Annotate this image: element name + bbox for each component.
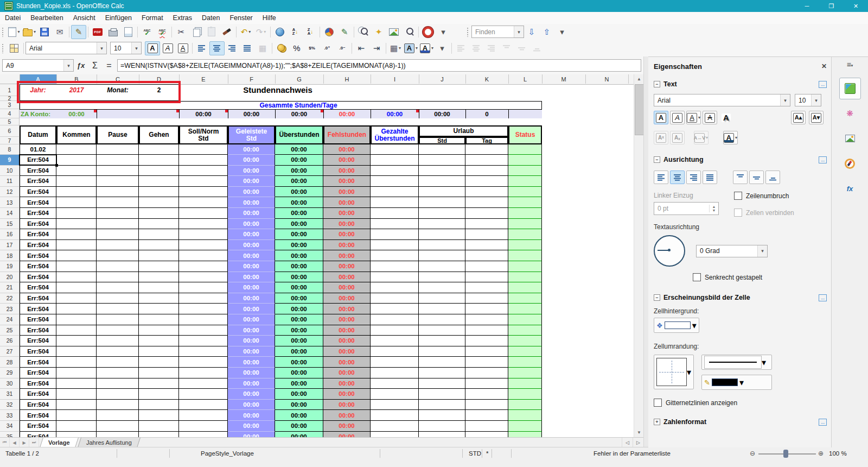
cell-a13[interactable]: Err:504: [20, 197, 56, 208]
cell-h17[interactable]: 00:00: [323, 240, 371, 251]
column-header-f[interactable]: F: [228, 74, 276, 84]
header-kommen[interactable]: Kommen: [56, 125, 97, 144]
row-header-13[interactable]: 13: [0, 197, 20, 208]
cell-b10[interactable]: [56, 166, 97, 176]
cell-g26[interactable]: 00:00: [275, 336, 323, 346]
cell-g33[interactable]: 00:00: [275, 410, 323, 421]
summary-value-e[interactable]: 00:00: [179, 109, 228, 118]
navigator-button[interactable]: ✦: [371, 25, 386, 39]
cell-c10[interactable]: [97, 166, 139, 176]
cell-l34[interactable]: [508, 421, 542, 432]
cell-h15[interactable]: 00:00: [323, 219, 371, 230]
row-header-24[interactable]: 24: [0, 314, 20, 325]
cell-j22[interactable]: [419, 293, 465, 304]
cell-b17[interactable]: [56, 240, 97, 251]
cell-g15[interactable]: 00:00: [275, 219, 323, 230]
text-orientation-dial[interactable]: [654, 235, 685, 267]
spellcheck-button[interactable]: ABC✓: [139, 25, 155, 39]
cell-d8[interactable]: [139, 144, 179, 155]
cell-e8[interactable]: [179, 144, 228, 155]
cell-e32[interactable]: [179, 400, 228, 411]
cell-g34[interactable]: 00:00: [275, 421, 323, 432]
sidebar-shadow-button[interactable]: A: [719, 111, 733, 124]
cell-j19[interactable]: [419, 261, 465, 272]
cell-e29[interactable]: [179, 368, 228, 378]
header-urlaub-tag[interactable]: Tag: [465, 137, 508, 144]
cell-h9[interactable]: 00:00: [323, 155, 371, 166]
auto-spellcheck-button[interactable]: ABC✓: [155, 25, 170, 39]
header-urlaub[interactable]: Urlaub: [419, 125, 508, 137]
cell-g21[interactable]: 00:00: [275, 282, 323, 293]
cell-i31[interactable]: [371, 389, 419, 400]
cell-d9[interactable]: [139, 155, 179, 166]
cell-i20[interactable]: [371, 272, 419, 283]
align-object-center-button[interactable]: [469, 41, 484, 55]
cell-a16[interactable]: Err:504: [20, 229, 56, 240]
cell-k22[interactable]: [465, 293, 508, 304]
cell-k26[interactable]: [465, 336, 508, 346]
row-header-4[interactable]: 4: [0, 109, 20, 118]
cell-c14[interactable]: [97, 208, 139, 219]
sidebar-italic-button[interactable]: A: [670, 111, 685, 124]
find-input[interactable]: Finden▾: [471, 26, 524, 38]
summary-value-g[interactable]: 00:00: [275, 109, 323, 118]
bold-button[interactable]: A: [145, 41, 160, 55]
row-header-35[interactable]: 35: [0, 432, 20, 437]
cell-e33[interactable]: [179, 410, 228, 421]
sidebar-close-icon[interactable]: ✕: [821, 62, 827, 70]
cell-f22[interactable]: 00:00: [228, 293, 275, 304]
cell-a14[interactable]: Err:504: [20, 208, 56, 219]
subscript-button[interactable]: Aₓ: [670, 131, 685, 144]
cell-l11[interactable]: [508, 176, 542, 187]
menu-einfügen[interactable]: Einfügen: [100, 12, 137, 24]
cell-d35[interactable]: [139, 432, 179, 437]
cell-d22[interactable]: [139, 293, 179, 304]
cell-d34[interactable]: [139, 421, 179, 432]
cell-background-color-picker[interactable]: ❖ ▾: [654, 318, 699, 333]
cell-c16[interactable]: [97, 229, 139, 240]
cell-h12[interactable]: 00:00: [323, 187, 371, 198]
tab-gallery[interactable]: [839, 128, 861, 149]
cell-i34[interactable]: [371, 421, 419, 432]
cell-c24[interactable]: [97, 314, 139, 325]
cell-b14[interactable]: [56, 208, 97, 219]
zoom-out-icon[interactable]: ⊖: [750, 447, 755, 459]
row-header-22[interactable]: 22: [0, 293, 20, 304]
cell-f34[interactable]: 00:00: [228, 421, 275, 432]
cell-i19[interactable]: [371, 261, 419, 272]
cell-h22[interactable]: 00:00: [323, 293, 371, 304]
cell-i23[interactable]: [371, 304, 419, 314]
undo-button[interactable]: ↶▾: [238, 25, 253, 39]
cell-c34[interactable]: [97, 421, 139, 432]
tab-navigator[interactable]: [839, 153, 861, 174]
cell-i30[interactable]: [371, 378, 419, 389]
hyperlink-button[interactable]: [272, 25, 288, 39]
percent-button[interactable]: %: [289, 41, 304, 55]
edit-mode-button[interactable]: ✎: [71, 25, 86, 39]
cell-d25[interactable]: [139, 325, 179, 336]
cell-c25[interactable]: [97, 325, 139, 336]
cell-d21[interactable]: [139, 282, 179, 293]
cell-f12[interactable]: 00:00: [228, 187, 275, 198]
cell-b22[interactable]: [56, 293, 97, 304]
cell-d14[interactable]: [139, 208, 179, 219]
sidebar-justify-button[interactable]: [703, 171, 717, 184]
cell-g29[interactable]: 00:00: [275, 368, 323, 378]
cell-h34[interactable]: 00:00: [323, 421, 371, 432]
row-header-20[interactable]: 20: [0, 272, 20, 283]
row-header-29[interactable]: 29: [0, 368, 20, 378]
column-header-n[interactable]: N: [585, 74, 629, 84]
cell-j25[interactable]: [419, 325, 465, 336]
cell-k11[interactable]: [465, 176, 508, 187]
cell-c8[interactable]: [97, 144, 139, 155]
cell-j15[interactable]: [419, 219, 465, 230]
cell-b35[interactable]: [56, 432, 97, 437]
cell-g30[interactable]: 00:00: [275, 378, 323, 389]
cell-e9[interactable]: [179, 155, 228, 166]
copy-button[interactable]: [189, 25, 204, 39]
cell-i27[interactable]: [371, 346, 419, 357]
cell-a18[interactable]: Err:504: [20, 250, 56, 261]
scroll-left-icon[interactable]: ◁: [622, 438, 633, 447]
cell-f21[interactable]: 00:00: [228, 282, 275, 293]
column-header-l[interactable]: L: [508, 74, 542, 84]
